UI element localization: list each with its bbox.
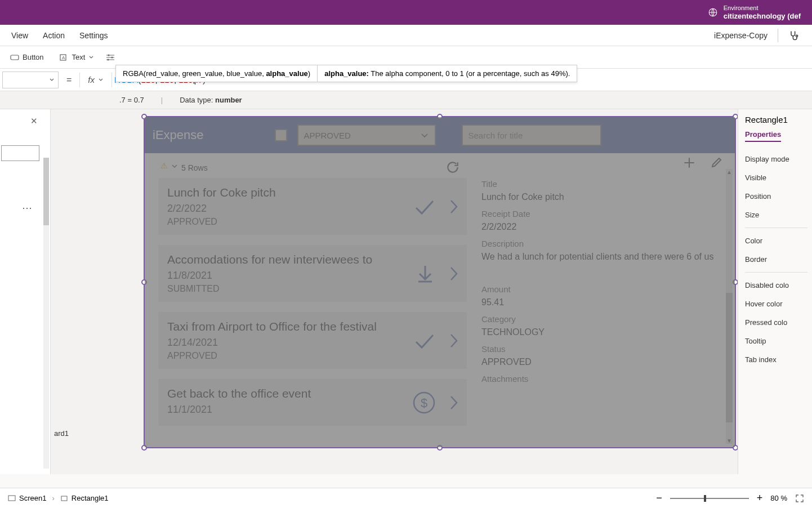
insert-text[interactable]: A Text	[55, 51, 99, 64]
app-header: iExpense APPROVED Search for title	[145, 117, 735, 153]
list-item[interactable]: Lunch for Coke pitch2/2/2022APPROVED	[158, 178, 467, 235]
chevron-down-icon	[98, 77, 104, 83]
stethoscope-icon[interactable]	[788, 30, 800, 41]
property-row[interactable]: Position	[745, 187, 807, 206]
text-label: Text	[72, 53, 86, 61]
divider	[778, 29, 778, 42]
breadcrumb-screen[interactable]: Screen1	[8, 494, 46, 502]
field-value-date: 2/2/2022	[481, 222, 727, 232]
search-input[interactable]	[1, 145, 39, 161]
field-value-title: Lunch for Coke pitch	[481, 192, 727, 202]
svg-point-5	[108, 54, 110, 56]
property-row[interactable]: Tooltip	[745, 332, 807, 350]
resize-handle[interactable]	[733, 114, 738, 119]
selection-box[interactable]: iExpense APPROVED Search for title	[144, 116, 736, 448]
zoom-value: 80 %	[770, 494, 787, 502]
resize-handle[interactable]	[141, 445, 147, 451]
rows-count: ⚠ 5 Rows	[145, 157, 471, 178]
properties-tab[interactable]: Properties	[745, 130, 781, 142]
zoom-slider[interactable]	[670, 498, 749, 499]
search-input[interactable]: Search for title	[462, 124, 601, 146]
checkbox[interactable]	[275, 129, 287, 141]
close-icon[interactable]: ✕	[30, 116, 38, 126]
property-row[interactable]: Display mode	[745, 150, 807, 168]
property-row[interactable]: Color	[745, 231, 807, 250]
property-row[interactable]: Disabled colo	[745, 276, 807, 295]
refresh-button[interactable]	[445, 160, 460, 175]
breadcrumb-element[interactable]: Rectangle1	[60, 494, 109, 502]
chevron-right-icon[interactable]	[449, 394, 459, 411]
sig-bold: alpha_value	[266, 69, 307, 78]
property-row[interactable]: Pressed colo	[745, 313, 807, 332]
app-name-label: iExpense-Copy	[714, 31, 768, 40]
scrollbar[interactable]	[43, 158, 49, 469]
zoom-out[interactable]: −	[656, 492, 662, 504]
canvas[interactable]: iExpense APPROVED Search for title	[51, 109, 738, 474]
menu-view[interactable]: View	[11, 31, 28, 40]
fx-label[interactable]: fx	[80, 75, 111, 84]
download-icon	[414, 262, 436, 285]
scrollbar[interactable]: ▲ ▼	[726, 169, 733, 444]
resize-handle[interactable]	[437, 445, 443, 451]
rectangle-icon	[60, 494, 68, 502]
more-icon[interactable]: ⋯	[22, 202, 33, 214]
edit-icon[interactable]	[710, 155, 724, 169]
svg-text:A: A	[62, 55, 65, 60]
field-label-desc: Description	[481, 239, 727, 248]
property-selector[interactable]	[2, 72, 59, 88]
equals-sign: =	[59, 75, 79, 85]
app-preview: iExpense APPROVED Search for title	[145, 117, 735, 447]
list-item[interactable]: Accomodations for new interviewees to11/…	[158, 245, 467, 302]
refresh-icon	[445, 160, 460, 175]
status-bar: Screen1 › Rectangle1 − + 80 %	[0, 488, 812, 508]
app-title: iExpense	[153, 128, 204, 142]
dollar-icon: $	[412, 390, 436, 415]
chevron-down-icon	[49, 77, 55, 83]
environment-badge: Environment citizentechnology (def	[708, 5, 801, 21]
resize-handle[interactable]	[141, 114, 147, 119]
svg-rect-2	[11, 55, 19, 60]
property-row[interactable]: Hover color	[745, 295, 807, 313]
param-name: alpha_value:	[324, 69, 369, 78]
resize-handle[interactable]	[733, 279, 738, 285]
check-icon	[412, 328, 436, 353]
menu-settings[interactable]: Settings	[79, 31, 108, 40]
warning-icon: ⚠	[160, 161, 168, 170]
chevron-right-icon[interactable]	[449, 198, 459, 215]
env-name: citizentechnology (def	[724, 12, 801, 21]
sig-post: )	[308, 69, 310, 78]
formula-hint: RGBA(red_value, green_value, blue_value,…	[115, 65, 577, 82]
properties-panel: Rectangle1 Properties Display modeVisibl…	[738, 109, 812, 474]
status-dropdown[interactable]: APPROVED	[297, 124, 436, 146]
chevron-right-icon[interactable]	[449, 265, 459, 282]
resize-handle[interactable]	[733, 445, 738, 451]
svg-point-7	[108, 59, 109, 60]
resize-handle[interactable]	[437, 114, 443, 119]
settings-sliders-icon[interactable]	[105, 52, 115, 63]
formula-result-bar: .7 = 0.7 | Data type: number	[0, 91, 812, 109]
item-status: SUBMITTED	[167, 284, 458, 294]
expand-icon[interactable]	[795, 494, 804, 503]
property-row[interactable]: Tab index	[745, 350, 807, 369]
field-label-category: Category	[481, 314, 727, 324]
insert-button[interactable]: Button	[6, 51, 48, 64]
list-item[interactable]: Get back to the office event11/1/2021$	[158, 379, 467, 426]
menu-action[interactable]: Action	[43, 31, 65, 40]
field-label-attach: Attachments	[481, 374, 727, 384]
list-panel: ⚠ 5 Rows Lunch for Coke pitch2/2/2022APP…	[145, 153, 471, 447]
button-label: Button	[23, 53, 44, 61]
zoom-in[interactable]: +	[757, 492, 763, 504]
property-row[interactable]: Size	[745, 206, 807, 224]
svg-point-6	[111, 56, 113, 58]
field-label-amount: Amount	[481, 284, 727, 294]
plus-icon[interactable]	[682, 155, 697, 170]
svg-point-1	[796, 35, 797, 37]
property-row[interactable]: Border	[745, 250, 807, 269]
resize-handle[interactable]	[141, 279, 147, 285]
datatype-value: number	[215, 96, 242, 104]
list-item[interactable]: Taxi from Airport to Office for the fest…	[158, 312, 467, 369]
field-value-amount: 95.41	[481, 297, 727, 308]
property-row[interactable]: Visible	[745, 168, 807, 187]
chevron-down-icon	[88, 55, 94, 60]
chevron-right-icon[interactable]	[449, 332, 459, 349]
